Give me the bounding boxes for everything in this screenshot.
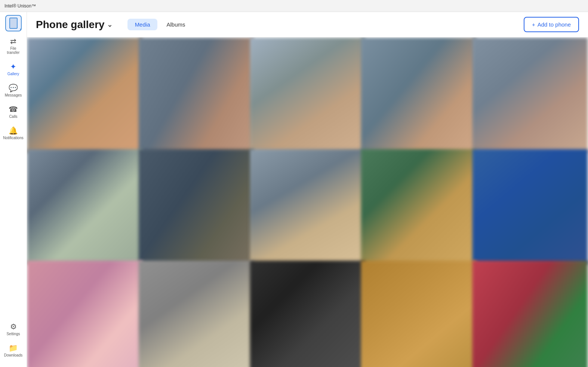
gallery-cell[interactable] <box>472 149 588 264</box>
sidebar-item-gallery[interactable]: ✦ Gallery <box>2 59 25 79</box>
sidebar-item-downloads[interactable]: 📁 Downloads <box>2 340 25 360</box>
sidebar-item-settings[interactable]: ⚙ Settings <box>2 319 25 339</box>
sidebar-item-label: Downloads <box>4 353 22 357</box>
gallery-cell[interactable] <box>27 38 142 153</box>
title-bar: Intel® Unison™ <box>0 0 588 12</box>
sidebar-item-label: Notifications <box>3 136 23 140</box>
page-title: Phone gallery ⌄ <box>36 19 113 31</box>
gallery-cell[interactable] <box>138 149 253 264</box>
gallery-cell[interactable] <box>138 38 253 153</box>
tab-media[interactable]: Media <box>127 19 158 30</box>
settings-icon: ⚙ <box>10 322 17 331</box>
gallery-cell[interactable] <box>472 38 588 153</box>
app-container: ▾ ⇄ File transfer ✦ Gallery 💬 Messages ☎… <box>0 12 588 367</box>
sidebar-item-label: File transfer <box>4 46 23 55</box>
plus-icon: + <box>532 21 535 28</box>
sidebar-bottom: ⚙ Settings 📁 Downloads <box>0 318 27 361</box>
gallery-cell[interactable] <box>361 260 476 367</box>
gallery-container[interactable] <box>27 37 588 367</box>
sidebar-item-label: Calls <box>9 114 17 119</box>
calls-icon: ☎ <box>9 105 18 114</box>
chevron-down-icon: ▾ <box>20 27 22 31</box>
gallery-cell[interactable] <box>361 38 476 153</box>
gallery-icon: ✦ <box>10 62 16 71</box>
title-chevron-icon[interactable]: ⌄ <box>107 21 113 29</box>
device-selector[interactable]: ▾ <box>5 15 22 31</box>
gallery-cell[interactable] <box>27 149 142 264</box>
view-tabs: Media Albums <box>127 19 193 30</box>
sidebar-item-calls[interactable]: ☎ Calls <box>2 102 25 122</box>
notifications-icon: 🔔 <box>9 126 18 135</box>
tab-albums[interactable]: Albums <box>159 19 193 30</box>
gallery-cell[interactable] <box>27 260 142 367</box>
add-to-phone-label: Add to phone <box>538 21 571 28</box>
gallery-cell[interactable] <box>138 260 253 367</box>
add-to-phone-button[interactable]: + Add to phone <box>524 17 579 32</box>
gallery-grid <box>30 40 585 367</box>
sidebar-item-label: Settings <box>6 332 20 336</box>
main-content: Phone gallery ⌄ Media Albums + Add to ph… <box>27 12 588 367</box>
gallery-cell[interactable] <box>250 38 365 153</box>
gallery-cell[interactable] <box>472 260 588 367</box>
device-icon <box>9 18 18 29</box>
app-title: Intel® Unison™ <box>4 3 36 9</box>
sidebar: ▾ ⇄ File transfer ✦ Gallery 💬 Messages ☎… <box>0 12 27 367</box>
messages-icon: 💬 <box>9 83 18 92</box>
downloads-icon: 📁 <box>9 343 18 352</box>
sidebar-item-notifications[interactable]: 🔔 Notifications <box>2 123 25 143</box>
sidebar-item-label: Gallery <box>7 72 19 76</box>
gallery-cell[interactable] <box>250 149 365 264</box>
sidebar-item-file-transfer[interactable]: ⇄ File transfer <box>2 34 25 58</box>
page-header: Phone gallery ⌄ Media Albums + Add to ph… <box>27 12 588 37</box>
sidebar-item-label: Messages <box>5 93 22 97</box>
gallery-cell[interactable] <box>361 149 476 264</box>
file-transfer-icon: ⇄ <box>10 37 16 46</box>
gallery-cell[interactable] <box>250 260 365 367</box>
sidebar-item-messages[interactable]: 💬 Messages <box>2 80 25 100</box>
